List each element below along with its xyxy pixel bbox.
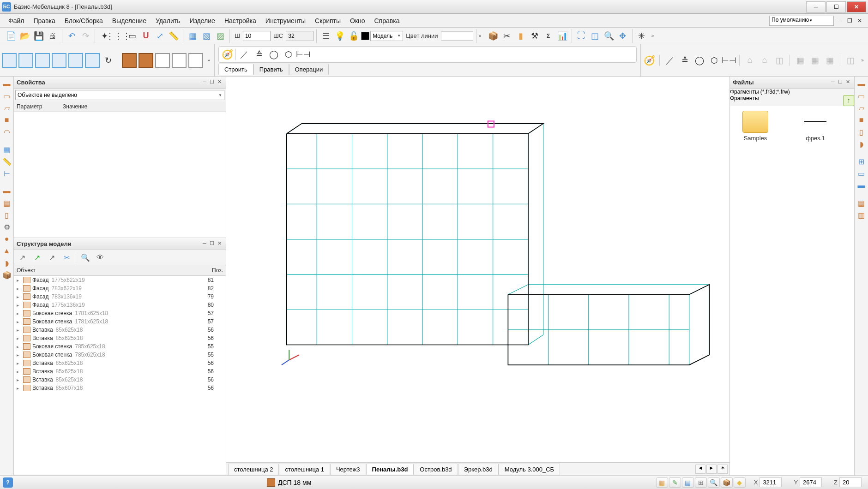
structure-minimize[interactable]: ─ <box>201 240 208 248</box>
box-view-3[interactable] <box>35 53 50 68</box>
color-swatch[interactable] <box>361 32 369 40</box>
tree-row[interactable]: ▸Боковая стенка785x625x1855 <box>14 351 226 359</box>
r-circle-tool[interactable]: ◯ <box>693 54 706 67</box>
rotate-view-button[interactable]: ↻ <box>102 54 115 67</box>
new-file-button[interactable]: 📄 <box>5 30 18 42</box>
tree-row[interactable]: ▸Фасад783x622x1982 <box>14 284 226 292</box>
fit-view-button[interactable]: ⛶ <box>575 30 588 42</box>
panel-button[interactable]: ▮ <box>514 30 527 42</box>
side-shelf-icon[interactable]: ▬ <box>1 185 12 197</box>
box-view-1[interactable] <box>2 53 17 68</box>
magnet-button[interactable]: U <box>139 30 152 42</box>
properties-minimize[interactable]: ─ <box>201 79 208 86</box>
side-handle-icon[interactable]: ◗ <box>1 257 12 268</box>
menu-инструменты[interactable]: Инструменты <box>261 15 310 26</box>
window-maximize-button[interactable]: ☐ <box>826 1 846 12</box>
doc-tab[interactable]: столешница 2 <box>228 464 279 475</box>
structure-body[interactable]: ▸Фасад1775x622x1981▸Фасад783x622x1982▸Фа… <box>14 276 226 475</box>
assembly-button[interactable]: 📦 <box>487 30 500 42</box>
files-body[interactable]: Samples фрез.1 <box>730 106 854 475</box>
zoom-button[interactable]: 🔍 <box>603 30 615 42</box>
redo-button[interactable]: ↷ <box>79 30 92 42</box>
tree-row[interactable]: ▸Боковая стенка785x625x1855 <box>14 342 226 351</box>
ucs-right-icon[interactable]: 🧭 <box>643 54 656 67</box>
side-edge-icon[interactable]: ◠ <box>1 126 12 137</box>
r-angle-tool[interactable]: ≙ <box>678 54 691 67</box>
doc-tab[interactable]: Чертеж3 <box>330 464 366 475</box>
tabs-up[interactable]: ✶ <box>717 465 728 474</box>
r-last[interactable]: ◫ <box>844 54 857 67</box>
ortho-button[interactable]: ⤢ <box>153 30 166 42</box>
menu-блок/сборка[interactable]: Блок/Сборка <box>60 15 108 26</box>
box-view-2[interactable] <box>18 53 33 68</box>
shaded-2[interactable] <box>139 53 153 68</box>
tree-row[interactable]: ▸Вставка85x625x1856 <box>14 326 226 334</box>
files-close[interactable]: ✕ <box>844 79 851 86</box>
pan-button[interactable]: ✥ <box>616 30 629 42</box>
side-door-icon[interactable]: ▯ <box>1 209 12 221</box>
r-hexagon-tool[interactable]: ⬡ <box>708 54 721 67</box>
doc-tab[interactable]: Эркер.b3d <box>458 464 499 475</box>
ucs-icon[interactable]: 🧭 <box>221 48 234 61</box>
sum-button[interactable]: Σ <box>542 30 555 42</box>
help-button[interactable]: ? <box>3 477 13 488</box>
side-sphere-icon[interactable]: ● <box>1 233 12 244</box>
side-slab-icon[interactable]: ▱ <box>1 102 12 113</box>
r-grid-3[interactable]: ▦ <box>823 54 836 67</box>
width-input[interactable] <box>243 31 271 41</box>
side-gear-icon[interactable]: ⚙ <box>1 221 12 233</box>
structure-close[interactable]: ✕ <box>216 240 223 248</box>
toolbar-overflow-2[interactable]: » <box>649 33 657 38</box>
tabs-next[interactable]: ► <box>706 465 717 474</box>
tree-tool-3[interactable]: ↗ <box>46 252 57 263</box>
layout-mode-select[interactable]: По умолчанию▼ <box>769 16 834 26</box>
sb-btn-5[interactable]: 🔍 <box>708 477 720 488</box>
tab-operations[interactable]: Операции <box>289 64 329 75</box>
side-block-icon[interactable]: ■ <box>1 114 12 125</box>
tabs-prev[interactable]: ◄ <box>695 465 705 474</box>
side-box-icon[interactable]: 📦 <box>1 269 12 280</box>
anvil-button[interactable]: ⚒ <box>528 30 541 42</box>
print-button[interactable]: 🖨 <box>46 30 59 42</box>
open-file-button[interactable]: 📂 <box>18 30 31 42</box>
menu-окно[interactable]: Окно <box>345 15 370 26</box>
box-view-5[interactable] <box>68 53 83 68</box>
chart-button[interactable]: 📊 <box>556 30 569 42</box>
r-side-10[interactable]: ▤ <box>856 197 867 209</box>
r-grid-1[interactable]: ▦ <box>794 54 807 67</box>
selection-combo[interactable]: Объектов не выделено <box>15 90 224 100</box>
properties-close[interactable]: ✕ <box>216 79 223 86</box>
menu-правка[interactable]: Правка <box>29 15 60 26</box>
menu-справка[interactable]: Справка <box>370 15 404 26</box>
tree-eye[interactable]: 👁 <box>95 252 106 263</box>
menu-выделение[interactable]: Выделение <box>108 15 151 26</box>
files-minimize[interactable]: ─ <box>829 79 837 86</box>
dimension-tool[interactable]: ⊢⊣ <box>297 48 310 61</box>
box-view-6[interactable] <box>85 53 100 68</box>
wire-3[interactable] <box>188 53 203 68</box>
tree-row[interactable]: ▸Боковая стенка1781x625x1857 <box>14 317 226 326</box>
r-dimension-tool[interactable]: ⊢⊣ <box>723 54 735 67</box>
child-close-button[interactable]: ✕ <box>855 17 864 25</box>
tree-row[interactable]: ▸Вставка85x625x1856 <box>14 376 226 384</box>
tree-search[interactable]: 🔍 <box>80 252 91 263</box>
doc-tab[interactable]: столешница 1 <box>279 464 330 475</box>
shaded-1[interactable] <box>122 53 137 68</box>
tree-row[interactable]: ▸Фасад1775x136x1980 <box>14 301 226 309</box>
tab-edit[interactable]: Править <box>253 64 289 75</box>
tree-row[interactable]: ▸Вставка85x625x1856 <box>14 359 226 367</box>
line-tool[interactable]: ／ <box>238 48 251 61</box>
side-dim-icon[interactable]: ⊢ <box>1 168 12 179</box>
menu-изделие[interactable]: Изделие <box>185 15 219 26</box>
tab-build[interactable]: Строить <box>218 64 253 75</box>
hexagon-tool[interactable]: ⬡ <box>282 48 295 61</box>
sb-btn-2[interactable]: ✎ <box>669 477 681 488</box>
menu-удалить[interactable]: Удалить <box>151 15 185 26</box>
window-minimize-button[interactable]: ─ <box>806 1 826 12</box>
zoom-region-button[interactable]: ◫ <box>589 30 602 42</box>
file-item-fragment[interactable]: фрез.1 <box>795 111 836 142</box>
angle-tool[interactable]: ≙ <box>253 48 265 61</box>
bulb-button[interactable]: 💡 <box>333 30 346 42</box>
r-side-4[interactable]: ■ <box>856 114 867 125</box>
lock-button[interactable]: 🔓 <box>347 30 360 42</box>
